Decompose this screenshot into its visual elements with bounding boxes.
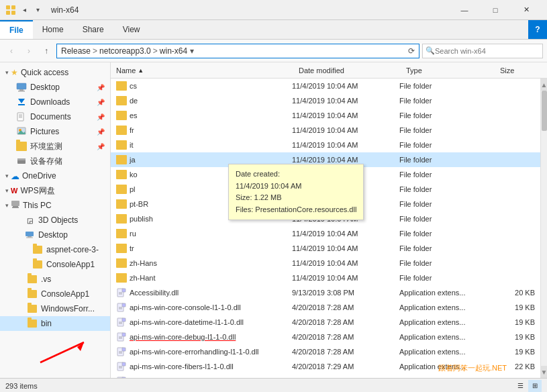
folder-icon	[116, 96, 127, 105]
sidebar-quick-access-header[interactable]: ▾ ★ Quick access	[0, 65, 110, 80]
path-segment-2: netcoreapp3.0	[99, 46, 151, 56]
scroll-up[interactable]: ▲	[541, 79, 547, 91]
sidebar-thispc-header[interactable]: ▾ This PC	[0, 198, 110, 213]
sidebar-item-bin[interactable]: bin	[0, 316, 110, 331]
table-row[interactable]: api-ms-win-core-file-l1-2-0.dll 4/20/201…	[111, 374, 540, 378]
folder-icon	[116, 258, 127, 268]
table-row[interactable]: es 11/4/2019 10:04 AM File folder	[111, 108, 540, 123]
folder-aspnet-icon	[32, 244, 43, 255]
file-name-text: es	[130, 111, 138, 119]
file-name: zh-Hant	[113, 273, 289, 283]
file-name: zh-Hans	[113, 258, 289, 268]
sidebar-item-consoleapp1[interactable]: ConsoleApp1	[0, 287, 110, 301]
sidebar-label-huanjing: 环境监测	[30, 141, 95, 152]
sidebar-onedrive-header[interactable]: ▾ ☁ OneDrive	[0, 168, 110, 183]
file-name-text: zh-Hant	[130, 274, 156, 282]
dll-icon	[116, 376, 127, 378]
sidebar-item-pictures[interactable]: Pictures 📌	[0, 124, 110, 139]
table-row[interactable]: tr 11/4/2019 10:04 AM File folder	[111, 241, 540, 256]
table-row[interactable]: Accessibility.dll 9/13/2019 3:08 PM Appl…	[111, 285, 540, 300]
search-box[interactable]: 🔍	[422, 44, 543, 58]
file-size: 22 KB	[491, 362, 538, 371]
table-row[interactable]: zh-Hant 11/4/2019 10:04 AM File folder	[111, 271, 540, 285]
minimize-button[interactable]: —	[449, 0, 480, 20]
table-row[interactable]: fr 11/4/2019 10:04 AM File folder	[111, 123, 540, 138]
table-row[interactable]: ru 11/4/2019 10:04 AM File folder	[111, 226, 540, 241]
file-type: File folder	[397, 215, 491, 223]
help-button[interactable]: ?	[528, 20, 547, 39]
file-name-text: publish	[130, 215, 153, 223]
col-header-type[interactable]: Type	[403, 66, 497, 75]
svg-rect-20	[26, 232, 34, 236]
file-name: tr	[113, 244, 289, 253]
refresh-button[interactable]: ⟳	[408, 46, 415, 56]
sidebar-item-shebei[interactable]: 设备存储	[0, 154, 110, 168]
svg-rect-2	[6, 11, 10, 15]
table-row[interactable]: it 11/4/2019 10:04 AM File folder	[111, 138, 540, 152]
file-name-text: it	[130, 141, 134, 149]
table-row[interactable]: api-ms-win-core-fibers-l1-1-0.dll 4/20/2…	[111, 359, 540, 374]
tooltip-date-created: Date created:	[236, 168, 356, 181]
table-row[interactable]: zh-Hans 11/4/2019 10:04 AM File folder	[111, 256, 540, 271]
sidebar-item-vs[interactable]: .vs	[0, 272, 110, 287]
svg-rect-0	[6, 5, 10, 9]
folder-icon	[116, 111, 127, 120]
table-row[interactable]: cs 11/4/2019 10:04 AM File folder	[111, 79, 540, 93]
back-button[interactable]: ‹	[4, 44, 19, 58]
file-name-text: api-ms-win-core-file-l1-2-0.dll	[130, 377, 225, 378]
close-button[interactable]: ✕	[511, 0, 542, 20]
view-details-button[interactable]: ☰	[513, 380, 527, 392]
view-list-button[interactable]: ⊞	[528, 380, 542, 392]
file-name-text: api-ms-win-core-debug-l1-1-0.dll	[130, 333, 236, 341]
sidebar-label-pictures: Pictures	[30, 127, 95, 136]
up-button[interactable]: ↑	[39, 44, 54, 58]
col-header-name[interactable]: Name ▲	[113, 66, 296, 75]
folder-ca1-icon	[27, 289, 38, 299]
col-header-date[interactable]: Date modified	[296, 66, 403, 75]
search-input[interactable]	[435, 47, 522, 55]
path-sep-1: >	[93, 46, 97, 56]
sidebar-label-aspnet: aspnet-core-3-	[46, 245, 105, 254]
table-row[interactable]: api-ms-win-core-datetime-l1-1-0.dll 4/20…	[111, 315, 540, 330]
scrollbar-thumb[interactable]	[542, 91, 547, 131]
maximize-button[interactable]: □	[480, 0, 511, 20]
ribbon-tabs: File Home Share View ?	[0, 20, 547, 39]
svg-rect-7	[18, 104, 25, 105]
tab-view[interactable]: View	[113, 20, 150, 39]
sidebar-wps-header[interactable]: ▾ W WPS网盘	[0, 183, 110, 198]
svg-rect-4	[17, 83, 26, 89]
tab-file[interactable]: File	[0, 20, 33, 39]
table-row[interactable]: api-ms-win-core-debug-l1-1-0.dll 4/20/20…	[111, 330, 540, 344]
tab-share[interactable]: Share	[73, 20, 113, 39]
table-row[interactable]: de 11/4/2019 10:04 AM File folder	[111, 93, 540, 108]
pictures-icon	[16, 126, 27, 137]
folder-icon	[116, 140, 127, 150]
nav-back-icon: ◂	[19, 5, 30, 15]
file-name-text: ru	[130, 230, 136, 238]
forward-button[interactable]: ›	[21, 44, 36, 58]
sidebar-item-consoleapp[interactable]: ConsoleApp1	[0, 257, 110, 272]
file-type: File folder	[397, 156, 491, 164]
sidebar-item-documents[interactable]: Documents 📌	[0, 109, 110, 124]
sidebar-item-downloads[interactable]: Downloads 📌	[0, 95, 110, 109]
file-scrollbar[interactable]: ▲ ▼	[540, 79, 547, 378]
sidebar-item-aspnet[interactable]: aspnet-core-3-	[0, 242, 110, 257]
sidebar-item-3d[interactable]: ◲ 3D Objects	[0, 213, 110, 228]
folder-bin-icon	[27, 318, 38, 329]
col-header-size[interactable]: Size	[497, 66, 544, 75]
pin-icon: 📌	[97, 84, 105, 91]
sidebar-item-desktop[interactable]: Desktop 📌	[0, 80, 110, 95]
sidebar-item-desktop2[interactable]: Desktop	[0, 228, 110, 242]
tab-home[interactable]: Home	[33, 20, 73, 39]
folder-icon-huanjing	[16, 141, 27, 152]
table-row[interactable]: api-ms-win-core-console-l1-1-0.dll 4/20/…	[111, 300, 540, 315]
folder-consoleapp-icon	[32, 259, 43, 270]
sidebar-item-winforms[interactable]: WindowsForr...	[0, 301, 110, 316]
table-row[interactable]: api-ms-win-core-errorhandling-l1-1-0.dll…	[111, 344, 540, 359]
tooltip-size: Size: 1.22 MB	[236, 192, 356, 204]
dll-icon	[116, 302, 127, 313]
address-path[interactable]: Release > netcoreapp3.0 > win-x64 ▾ ⟳	[56, 44, 419, 58]
sidebar-item-huanjing[interactable]: 环境监测 📌	[0, 139, 110, 154]
scroll-down[interactable]: ▼	[541, 366, 547, 378]
file-size: 19 KB	[491, 333, 538, 341]
